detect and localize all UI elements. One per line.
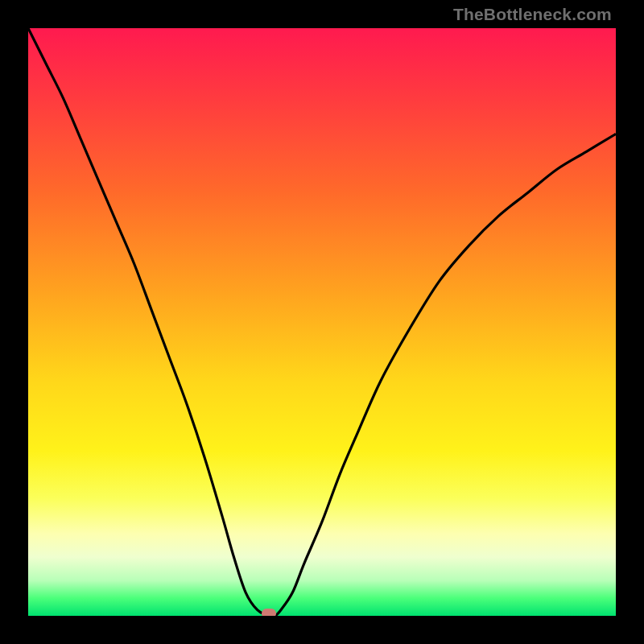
brand-watermark: TheBottleneck.com [453, 5, 612, 24]
optimal-marker [262, 609, 276, 616]
bottleneck-curve [28, 28, 616, 616]
plot-area [28, 28, 616, 616]
chart-frame: TheBottleneck.com [0, 0, 644, 644]
